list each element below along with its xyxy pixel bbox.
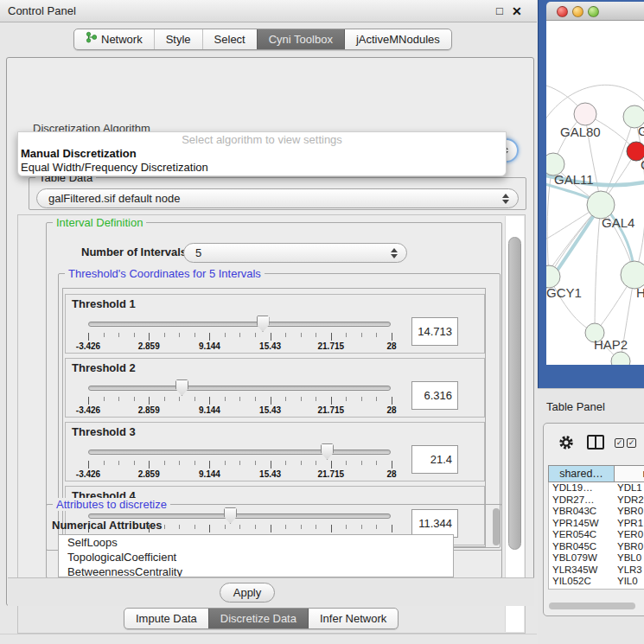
show-columns-icon[interactable] <box>587 435 604 450</box>
table-row[interactable]: YBR043CYBR0 <box>549 506 644 518</box>
table-row[interactable]: YLR345WYLR3 <box>549 564 644 577</box>
attribute-list-item[interactable]: BetweennessCentrality <box>59 564 453 577</box>
tick-label: -3.426 <box>76 341 100 351</box>
node-label: HAP2 <box>594 337 628 352</box>
numerical-attributes-list[interactable]: SelfLoopsTopologicalCoefficientBetweenne… <box>58 534 454 577</box>
table-cell: YBR0 <box>615 506 644 518</box>
panel-edge <box>0 634 537 634</box>
node-table-body: YDL19…YDL1YDR27…YDR2YBR043CYBR0YPR145WYP… <box>548 482 644 590</box>
threshold-1-slider-handle[interactable] <box>257 316 270 332</box>
table-row[interactable]: YBL079WYBL0 <box>549 552 644 564</box>
thresholds-group-title: Threshold's Coordinates for 5 Intervals <box>65 267 265 280</box>
table-cell: YBL079W <box>549 552 615 564</box>
table-cell: YLR345W <box>549 564 615 577</box>
slider-major-ticks <box>88 333 392 341</box>
threshold-2-value-field[interactable]: 6.316 <box>411 381 458 410</box>
node-label: GAL80 <box>560 124 601 139</box>
table-cell: YIL052C <box>549 576 615 588</box>
tick-label: 28 <box>386 405 396 415</box>
threshold-3-slider-track[interactable] <box>88 450 391 455</box>
tab-label: Style <box>166 29 191 49</box>
combo-arrows-icon <box>502 194 509 204</box>
tick-label: 21.715 <box>318 341 345 351</box>
vertical-scrollbar[interactable] <box>505 216 524 632</box>
table-row[interactable]: YER054CYER0 <box>549 529 644 541</box>
node-label: GAL4 <box>602 215 634 230</box>
tick-label: 2.859 <box>138 341 160 351</box>
table-cell: YBR043C <box>549 506 615 518</box>
number-of-intervals-value: 5 <box>195 246 201 259</box>
network-node-bottom[interactable] <box>611 352 630 365</box>
table-row[interactable]: YDR27…YDR2 <box>549 494 644 507</box>
attributes-list-scrollbar-thumb[interactable] <box>493 508 500 545</box>
tab-label: Cyni Toolbox <box>269 29 333 49</box>
attribute-list-item[interactable]: TopologicalCoefficient <box>59 550 453 564</box>
table-data-combobox[interactable]: galFiltered.sif default node <box>36 188 519 208</box>
threshold-3-row: Threshold 3 -3.4262.8599.14415.4321.7152… <box>65 422 485 481</box>
table-header-row: shared… n <box>548 465 644 482</box>
dropdown-option-equal-width[interactable]: Equal Width/Frequency Discretization <box>18 161 506 175</box>
vertical-scrollbar-thumb[interactable] <box>508 237 521 550</box>
threshold-2-row: Threshold 2 -3.4262.8599.14415.4321.7152… <box>65 358 485 418</box>
table-panel-title: Table Panel <box>546 400 605 413</box>
threshold-2-slider-handle[interactable] <box>175 379 188 396</box>
threshold-3-value-field[interactable]: 21.4 <box>411 445 458 474</box>
table-cell: YLR3 <box>615 564 644 577</box>
tick-label: 15.43 <box>259 405 281 415</box>
network-node-gal80[interactable] <box>574 103 596 125</box>
algorithm-dropdown-popup: Select algorithm to view settings Manual… <box>17 131 507 176</box>
tick-label: -3.426 <box>76 469 100 479</box>
table-row[interactable]: YIL052CYIL0 <box>549 576 644 588</box>
tab-impute-data[interactable]: Impute Data <box>124 609 208 628</box>
tick-label: 9.144 <box>199 469 220 479</box>
tab-infer-network[interactable]: Infer Network <box>308 609 398 628</box>
select-none-checkbox-icon[interactable]: ✓ <box>627 438 636 448</box>
cyni-bottom-tabs: Impute Data Discretize Data Infer Networ… <box>124 608 399 629</box>
network-canvas[interactable]: GAL80 G C GAL11 GAL4 GCY1 H HAP2 <box>546 21 644 365</box>
network-window-titlebar[interactable] <box>546 2 644 21</box>
dropdown-option-manual[interactable]: Manual Discretization <box>18 147 506 161</box>
attribute-list-item[interactable]: SelfLoops <box>59 535 453 550</box>
number-of-intervals-combobox[interactable]: 5 <box>183 243 407 263</box>
tick-label: 2.859 <box>138 405 160 415</box>
control-panel-titlebar: Control Panel □ ✕ <box>0 0 537 22</box>
threshold-1-slider-track[interactable] <box>88 322 391 327</box>
select-all-checkbox-icon[interactable]: ✓ <box>615 438 624 448</box>
tab-discretize-data[interactable]: Discretize Data <box>208 609 308 628</box>
threshold-3-slider-handle[interactable] <box>321 443 334 460</box>
tab-jactivemnodules[interactable]: jActiveMNodules <box>344 29 451 49</box>
tab-style[interactable]: Style <box>154 29 202 49</box>
tab-select[interactable]: Select <box>202 29 257 49</box>
tab-label: Impute Data <box>136 609 197 628</box>
dropdown-hint: Select algorithm to view settings <box>18 133 506 147</box>
threshold-1-value-field[interactable]: 14.713 <box>411 317 458 346</box>
table-cell: YPR145W <box>549 518 615 530</box>
tick-label: 28 <box>386 469 396 479</box>
column-header-shared-name[interactable]: shared… <box>549 466 615 481</box>
node-label: C <box>641 157 644 172</box>
close-traffic-light-icon[interactable] <box>557 6 568 17</box>
tick-label: 9.144 <box>199 341 220 351</box>
node-label: G <box>638 124 644 138</box>
table-row[interactable]: YDL19…YDL1 <box>549 482 644 494</box>
zoom-traffic-light-icon[interactable] <box>588 6 599 17</box>
node-label: GAL11 <box>554 172 594 187</box>
slider-major-ticks <box>88 461 392 469</box>
table-row[interactable]: YPR145WYPR1 <box>549 518 644 530</box>
tab-network[interactable]: Network <box>74 29 154 49</box>
column-header-name[interactable]: n <box>615 466 644 481</box>
table-horizontal-scrollbar-thumb[interactable] <box>549 603 635 609</box>
threshold-2-label: Threshold 2 <box>72 361 136 374</box>
tab-cyni-toolbox[interactable]: Cyni Toolbox <box>257 29 344 49</box>
cyni-toolbox-panel: Discretization Algorithm Select algorith… <box>6 57 534 606</box>
threshold-2-slider-track[interactable] <box>88 386 391 391</box>
apply-button[interactable]: Apply <box>220 583 275 603</box>
tab-label: Network <box>101 29 143 49</box>
number-of-intervals-label: Number of Intervals <box>81 245 187 258</box>
float-window-icon[interactable]: □ <box>496 0 503 22</box>
close-icon[interactable]: ✕ <box>512 0 522 22</box>
gear-icon[interactable] <box>558 434 575 451</box>
minimize-traffic-light-icon[interactable] <box>572 6 583 17</box>
table-row[interactable]: YBR045CYBR0 <box>549 541 644 553</box>
table-cell: YER0 <box>615 529 644 541</box>
